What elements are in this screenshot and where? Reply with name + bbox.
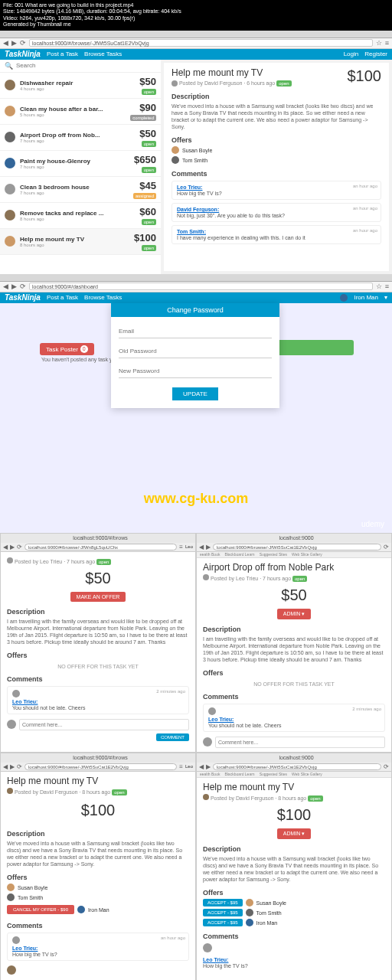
comment-body: How big the TV is? [203,963,385,969]
old-password-field[interactable] [119,345,272,358]
reload-icon[interactable]: ⟳ [384,544,389,550]
bookmark[interactable]: Suggested Sites [260,552,287,557]
task-title: Dishwasher repair [20,80,135,87]
email-field[interactable] [119,325,272,338]
nav-browse-tasks[interactable]: Browse Tasks [84,51,122,57]
offer-name[interactable]: Susan Boyle [18,885,47,890]
detail-poster: Posted by Leo Trieu · 7 hours ago open [203,574,385,582]
admin-button[interactable]: ADMIN ▾ [277,609,312,619]
menu-icon[interactable]: ≡ [385,283,389,290]
task-item[interactable]: Remove tacks and replace ...8 hours ago$… [0,203,161,229]
make-offer-button[interactable]: MAKE AN OFFER [70,592,126,602]
new-password-field[interactable] [119,364,272,378]
comment-author[interactable]: Leo Trieu: [12,946,184,951]
forward-icon[interactable]: ▶ [11,39,17,47]
menu-icon[interactable]: ≡ [179,544,183,550]
nav-browse-tasks[interactable]: Browse Tasks [84,294,122,301]
forward-icon[interactable]: ▶ [11,283,17,290]
nav-register[interactable]: Register [364,51,387,57]
cancel-offer-button[interactable]: CANCEL MY OFFER - $90 [7,905,74,914]
brand-logo[interactable]: TaskNinja [5,50,41,58]
update-button[interactable]: UPDATE [172,387,218,400]
accept-button[interactable]: ACCEPT - $95 [203,899,243,906]
comment-input[interactable] [19,719,189,730]
accept-button[interactable]: ACCEPT - $95 [203,919,243,926]
url-input[interactable]: localhost:9000/#/browse/-JfWt5SuCat1E2Vb… [213,544,381,550]
admin-button[interactable]: ADMIN ▾ [277,828,312,839]
comment-time: 2 minutes ago [352,707,381,711]
brand-logo[interactable]: TaskNinja [5,293,41,302]
accept-button[interactable]: ACCEPT - $95 [203,909,243,916]
offer-name[interactable]: Iron Man [256,920,278,926]
nav-login[interactable]: Login [344,51,359,57]
task-item[interactable]: Help me mount my TV8 hours ago$100open [0,229,161,255]
offer-name[interactable]: Susan Boyle [256,900,286,906]
offer-name[interactable]: Susan Boyle [182,148,212,153]
avatar [77,906,85,913]
nav-post-task[interactable]: Post a Task [47,294,78,301]
url-input[interactable]: localhost:9000/#/browse/-JfWt5SuCat1E2Vb… [213,763,381,770]
task-item[interactable]: Dishwasher repair4 hours ago$50open [0,73,161,99]
bookmark[interactable]: eealth Book [200,772,220,776]
comment-author[interactable]: Leo Trieu: [208,717,380,722]
nav-user[interactable]: Leo [185,764,193,769]
detail-price: $50 [203,586,385,604]
reload-icon[interactable]: ⟳ [20,283,26,290]
section-description: Description [203,845,385,853]
bookmark[interactable]: Web Slice Gallery [292,552,322,557]
back-icon[interactable]: ◀ [199,763,204,770]
reload-icon[interactable]: ⟳ [17,544,22,550]
avatar[interactable] [340,294,348,302]
star-icon[interactable]: ☆ [376,283,382,290]
offer-name[interactable]: Tom Smith [182,158,207,163]
bookmark[interactable]: Web Slice Gallery [292,772,322,776]
url-input[interactable]: localhost:9000/#/browse/-JfWt5SuCat1E2Vb… [24,763,177,770]
offer-name[interactable]: Tom Smith [256,910,282,916]
bookmark[interactable]: Suggested Sites [260,772,287,776]
comment-author[interactable]: David Ferguson: [177,207,376,212]
task-item[interactable]: Clean my house after a bar...5 hours ago… [0,99,161,125]
forward-icon[interactable]: ▶ [10,544,15,550]
bookmark[interactable]: Blackboard Learn [224,772,254,776]
reload-icon[interactable]: ⟳ [20,39,26,47]
window-titlebar: localhost:9000 [197,753,391,763]
back-icon[interactable]: ◀ [3,283,8,290]
comment-author[interactable]: Leo Trieu: [12,699,184,704]
forward-icon[interactable]: ▶ [206,763,211,770]
task-item[interactable]: Paint my house-Glenroy7 hours ago$650ope… [0,151,161,177]
back-icon[interactable]: ◀ [3,763,8,770]
reload-icon[interactable]: ⟳ [384,763,389,770]
menu-icon[interactable]: ≡ [179,763,183,770]
chevron-down-icon[interactable]: ▾ [384,294,387,301]
bookmark[interactable]: Blackboard Learn [224,552,254,557]
comment-input[interactable] [215,737,385,748]
bookmark[interactable]: eealth Book [200,552,220,557]
forward-icon[interactable]: ▶ [206,544,211,550]
detail-poster: Posted by David Ferguson · 8 hours ago o… [7,788,189,795]
url-input[interactable]: localhost:9000/#/browse/-JfWt5SuCat1E2Vb… [29,39,373,47]
forward-icon[interactable]: ▶ [10,763,15,770]
url-input[interactable]: localhost:9000/#/browse/-JfWn8gL5quUChx [24,544,177,550]
offer-name[interactable]: Tom Smith [18,895,43,900]
nav-post-task[interactable]: Post a Task [47,51,78,57]
comment-author[interactable]: Leo Trieu: [203,957,385,962]
star-icon[interactable]: ☆ [376,39,382,47]
back-icon[interactable]: ◀ [3,39,8,47]
menu-icon[interactable]: ≡ [385,39,389,47]
back-icon[interactable]: ◀ [199,544,204,550]
nav-user[interactable]: Iron Man [354,294,378,301]
url-input[interactable]: localhost:9000/#/dashboard [29,283,373,290]
search-input[interactable] [16,62,156,69]
nav-user[interactable]: Leo [185,544,193,549]
back-icon[interactable]: ◀ [3,544,8,550]
comment-author[interactable]: Tom Smith: [177,229,376,234]
offer-name[interactable]: Iron Man [88,907,109,913]
task-item[interactable]: Airport Drop off from Nob...7 hours ago$… [0,125,161,151]
reload-icon[interactable]: ⟳ [17,763,22,770]
offer-row: Tom Smith [172,156,381,164]
comment-button[interactable]: COMMENT [156,733,189,741]
task-item[interactable]: Clean 3 bedroom house7 hours ago$45assig… [0,177,161,203]
comment-author[interactable]: Leo Trieu: [177,185,376,190]
comment-time: an hour ago [353,228,377,233]
detail-price: $100 [203,806,385,824]
